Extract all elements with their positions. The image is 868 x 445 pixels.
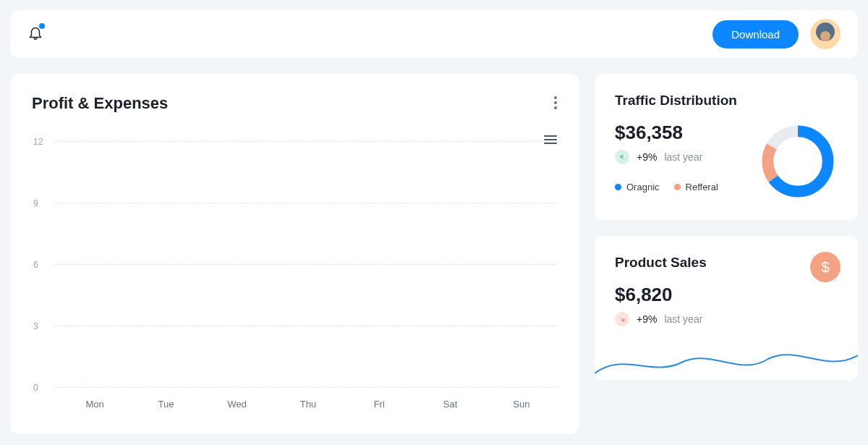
x-tick-label: Sun (486, 399, 557, 410)
x-tick-label: Mon (59, 399, 130, 410)
y-tick-label: 0 (33, 383, 38, 393)
dot-icon (615, 184, 621, 190)
product-sales-card: $ Product Sales $6,820 +9% last year (595, 236, 858, 381)
traffic-period: last year (664, 151, 702, 163)
profit-expenses-card: Profit & Expenses 036912 MonTueWedThuFri… (10, 74, 579, 434)
avatar[interactable] (810, 19, 841, 49)
x-tick-label: Thu (273, 399, 344, 410)
traffic-donut-chart (758, 122, 838, 201)
x-tick-label: Fri (344, 399, 414, 410)
x-tick-label: Wed (202, 399, 273, 410)
legend-referral: Refferal (674, 182, 718, 192)
sales-delta: +9% (637, 313, 657, 325)
notification-dot (39, 23, 45, 29)
traffic-delta: +9% (637, 151, 657, 163)
sales-title: Product Sales (615, 255, 838, 271)
x-tick-label: Tue (130, 399, 201, 410)
dot-icon (674, 184, 681, 190)
sales-value: $6,820 (615, 284, 838, 306)
y-tick-label: 3 (33, 321, 38, 331)
download-button[interactable]: Download (712, 20, 799, 48)
sales-period: last year (664, 313, 702, 325)
traffic-value: $36,358 (615, 122, 718, 144)
sales-sparkline (595, 344, 858, 381)
dollar-icon: $ (810, 252, 841, 282)
y-tick-label: 12 (33, 137, 43, 147)
x-tick-label: Sat (414, 399, 485, 410)
y-tick-label: 6 (33, 260, 38, 270)
arrow-down-right-icon (615, 312, 629, 326)
y-tick-label: 9 (33, 198, 38, 208)
traffic-distribution-card: Traffic Distribution $36,358 +9% last ye… (595, 74, 858, 220)
topbar: Download (10, 10, 858, 58)
traffic-title: Traffic Distribution (615, 93, 838, 109)
profit-expenses-chart: 036912 MonTueWedThuFriSatSun (32, 142, 557, 417)
legend-organic: Oragnic (615, 182, 660, 192)
traffic-legend: Oragnic Refferal (615, 182, 718, 192)
more-options-icon[interactable] (554, 94, 557, 111)
chart-title: Profit & Expenses (32, 94, 557, 113)
notifications-bell-icon[interactable] (27, 25, 43, 43)
arrow-up-left-icon (615, 150, 629, 164)
